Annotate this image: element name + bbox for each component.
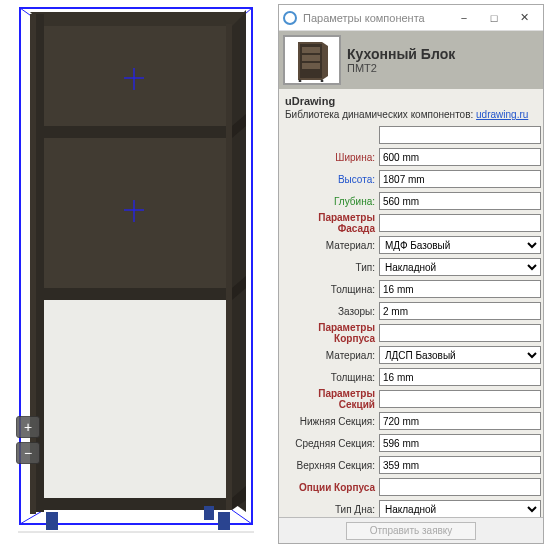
component-header: Кухонный Блок ПМТ2 [279, 31, 543, 89]
maximize-button[interactable]: □ [479, 8, 509, 28]
svg-rect-16 [30, 14, 36, 514]
library-desc: Библиотека динамических компонентов: udr… [285, 109, 541, 124]
svg-rect-18 [46, 512, 58, 530]
component-code: ПМТ2 [347, 62, 455, 74]
zoom-out-button[interactable]: − [16, 442, 40, 464]
minimize-button[interactable]: − [449, 8, 479, 28]
svg-rect-29 [302, 55, 320, 61]
svg-rect-20 [204, 506, 214, 520]
component-title: Кухонный Блок [347, 46, 455, 62]
thumbnail [283, 35, 341, 85]
facade-type-select[interactable]: Накладной [379, 258, 541, 276]
3d-viewport[interactable]: + − [0, 0, 275, 550]
svg-rect-11 [44, 288, 232, 300]
facade-thickness-input[interactable] [379, 280, 541, 298]
window-title: Параметры компонента [303, 12, 449, 24]
svg-rect-14 [44, 498, 232, 510]
titlebar[interactable]: Параметры компонента − □ ✕ [279, 5, 543, 31]
svg-rect-19 [218, 512, 230, 530]
svg-marker-6 [30, 12, 246, 26]
params-scroll[interactable]: uDrawing Библиотека динамических компоне… [279, 89, 543, 517]
blank-field[interactable] [379, 126, 541, 144]
width-input[interactable] [379, 148, 541, 166]
library-link[interactable]: udrawing.ru [476, 109, 528, 120]
facade-section-field[interactable] [379, 214, 541, 232]
library-name: uDrawing [285, 93, 541, 109]
svg-rect-13 [44, 300, 232, 500]
body-section-field[interactable] [379, 324, 541, 342]
svg-rect-9 [44, 126, 232, 138]
close-button[interactable]: ✕ [509, 8, 539, 28]
facade-material-select[interactable]: МДФ Базовый [379, 236, 541, 254]
body-material-select[interactable]: ЛДСП Базовый [379, 346, 541, 364]
section-middle-input[interactable] [379, 434, 541, 452]
sections-section-field[interactable] [379, 390, 541, 408]
submit-button[interactable]: Отправить заявку [346, 522, 476, 540]
section-bottom-input[interactable] [379, 412, 541, 430]
svg-rect-28 [302, 47, 320, 53]
component-params-dialog: Параметры компонента − □ ✕ Кухонный Блок… [278, 4, 544, 544]
dialog-footer: Отправить заявку [279, 517, 543, 543]
app-icon [283, 11, 297, 25]
zoom-in-button[interactable]: + [16, 416, 40, 438]
facade-gaps-input[interactable] [379, 302, 541, 320]
opts-section-field[interactable] [379, 478, 541, 496]
svg-rect-17 [226, 24, 232, 510]
height-input[interactable] [379, 170, 541, 188]
svg-line-3 [232, 510, 252, 524]
svg-rect-30 [302, 63, 320, 69]
body-thickness-input[interactable] [379, 368, 541, 386]
bottom-type-select[interactable]: Накладной [379, 500, 541, 517]
section-top-input[interactable] [379, 456, 541, 474]
depth-input[interactable] [379, 192, 541, 210]
svg-marker-5 [232, 10, 246, 512]
